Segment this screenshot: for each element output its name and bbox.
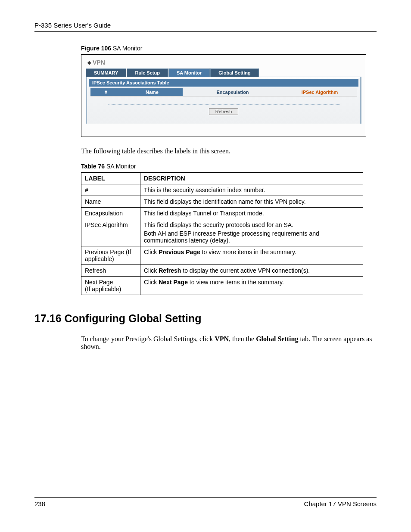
cell-label: Name xyxy=(81,196,140,208)
col-name: Name xyxy=(121,88,183,96)
table-number: Table 76 xyxy=(81,163,105,170)
figure-title: SA Monitor xyxy=(111,45,142,52)
cell-desc: This field displays the security protoco… xyxy=(140,219,363,246)
tab-global-setting[interactable]: Global Setting xyxy=(210,68,259,77)
table-row: Encapsulation This field displays Tunnel… xyxy=(81,208,363,219)
screenshot-panel: ◆VPN SUMMARY Rule Setup SA Monitor Globa… xyxy=(81,54,366,137)
associations-table: # Name Encapsulation IPSec Algorithm xyxy=(90,88,357,96)
cell-desc: Click Refresh to display the current act… xyxy=(140,265,363,277)
figure-number: Figure 106 xyxy=(81,45,111,52)
refresh-button[interactable]: Refresh xyxy=(209,108,239,115)
tab-rule-setup[interactable]: Rule Setup xyxy=(127,68,168,77)
tab-bar: SUMMARY Rule Setup SA Monitor Global Set… xyxy=(86,68,361,77)
description-table: LABEL DESCRIPTION # This is the security… xyxy=(81,172,363,295)
cell-label: Refresh xyxy=(81,265,140,277)
panel-heading: IPSec Security Associations Table xyxy=(89,79,358,87)
cell-label: Previous Page (If applicable) xyxy=(81,246,140,265)
cell-label: Encapsulation xyxy=(81,208,140,219)
tab-summary[interactable]: SUMMARY xyxy=(86,68,126,77)
table-row: # This is the security association index… xyxy=(81,184,363,196)
bullet-icon: ◆ xyxy=(87,60,91,65)
table-title: SA Monitor xyxy=(105,163,136,170)
cell-label: IPSec Algorithm xyxy=(81,219,140,246)
page-header: P-335 Series User's Guide xyxy=(34,22,377,32)
table-row: Name This field displays the identificat… xyxy=(81,196,363,208)
vpn-title-text: VPN xyxy=(93,59,105,66)
col-encapsulation: Encapsulation xyxy=(183,88,283,96)
header-label: LABEL xyxy=(81,173,140,184)
header-description: DESCRIPTION xyxy=(140,173,363,184)
figure-caption: Figure 106 SA Monitor xyxy=(81,45,372,52)
section-heading: 17.16 Configuring Global Setting xyxy=(34,312,377,325)
cell-label: Next Page(If applicable) xyxy=(81,277,140,295)
cell-desc: Click Previous Page to view more items i… xyxy=(140,246,363,265)
table-row: Next Page(If applicable) Click Next Page… xyxy=(81,277,363,295)
col-ipsec-algorithm: IPSec Algorithm xyxy=(283,88,357,96)
desc-line: Both AH and ESP increase Prestige proces… xyxy=(144,230,359,244)
cell-label: # xyxy=(81,184,140,196)
col-index: # xyxy=(90,88,121,96)
table-row: IPSec Algorithm This field displays the … xyxy=(81,219,363,246)
intro-paragraph: The following table describes the labels… xyxy=(81,147,372,155)
cell-desc: This field displays the identification n… xyxy=(140,196,363,208)
cell-desc: Click Next Page to view more items in th… xyxy=(140,277,363,295)
vpn-section-title: ◆VPN xyxy=(86,58,361,68)
chapter-label: Chapter 17 VPN Screens xyxy=(304,500,377,507)
cell-desc: This is the security association index n… xyxy=(140,184,363,196)
tab-sa-monitor[interactable]: SA Monitor xyxy=(168,68,210,77)
divider xyxy=(108,104,339,105)
cell-desc: This field displays Tunnel or Transport … xyxy=(140,208,363,219)
section-paragraph: To change your Prestige's Global Setting… xyxy=(81,335,372,351)
page-number: 238 xyxy=(34,500,45,507)
desc-line: This field displays the security protoco… xyxy=(144,221,359,228)
table-row: Refresh Click Refresh to display the cur… xyxy=(81,265,363,277)
page-footer: 238 Chapter 17 VPN Screens xyxy=(34,497,377,507)
ipsec-panel: IPSec Security Associations Table # Name… xyxy=(86,77,361,124)
table-caption: Table 76 SA Monitor xyxy=(81,163,372,170)
table-row: Previous Page (If applicable) Click Prev… xyxy=(81,246,363,265)
